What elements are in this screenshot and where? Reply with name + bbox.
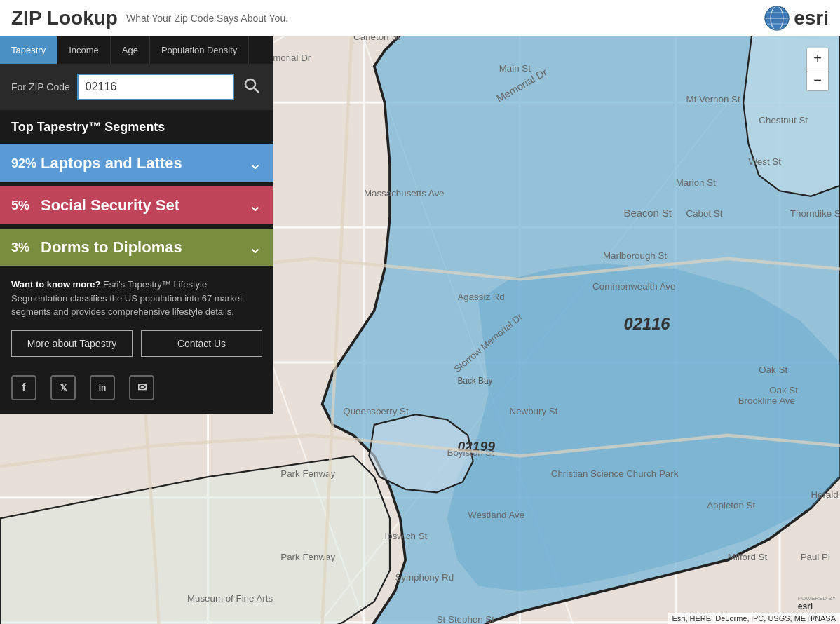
linkedin-icon[interactable]: in xyxy=(90,375,115,400)
social-row: f 𝕏 in ✉ xyxy=(0,368,273,414)
segment-item-1[interactable]: 92% Laptops and Lattes ⌄ xyxy=(0,144,273,182)
facebook-icon[interactable]: f xyxy=(11,375,36,400)
svg-text:Oak St: Oak St xyxy=(769,385,798,395)
svg-text:Main St: Main St xyxy=(499,63,531,74)
map-attribution: Esri, HERE, DeLorme, iPC, USGS, METI/NAS… xyxy=(668,613,841,624)
zoom-out-button[interactable]: − xyxy=(807,69,828,90)
segment-name-3: Dorms to Diplomas xyxy=(41,238,248,257)
tabs-bar: Tapestry Income Age Population Density xyxy=(0,36,273,64)
svg-text:Agassiz Rd: Agassiz Rd xyxy=(457,292,504,302)
esri-wordmark: esri xyxy=(794,7,829,29)
svg-text:Queensberry St: Queensberry St xyxy=(343,406,409,416)
zip-label: For ZIP Code xyxy=(11,81,70,93)
tab-population-density[interactable]: Population Density xyxy=(150,36,249,64)
svg-text:Oak St: Oak St xyxy=(759,365,787,375)
app-title: ZIP Lookup xyxy=(11,7,118,29)
esri-powered-badge: POWERED BY esri xyxy=(798,595,836,611)
svg-text:Appleton St: Appleton St xyxy=(707,500,755,510)
chevron-down-icon-3: ⌄ xyxy=(248,239,262,256)
svg-text:Marion St: Marion St xyxy=(676,177,716,188)
segment-item-2[interactable]: 5% Social Security Set ⌄ xyxy=(0,186,273,224)
search-button[interactable] xyxy=(241,75,262,100)
app-subtitle: What Your Zip Code Says About You. xyxy=(126,13,288,24)
chevron-down-icon-2: ⌄ xyxy=(248,197,262,214)
segment-name-2: Social Security Set xyxy=(41,196,248,215)
tab-income[interactable]: Income xyxy=(57,36,111,64)
segment-pct-3: 3% xyxy=(11,240,41,255)
chevron-down-icon-1: ⌄ xyxy=(248,155,262,172)
svg-text:Thorndike St: Thorndike St xyxy=(790,208,840,219)
segment-pct-2: 5% xyxy=(11,198,41,213)
svg-text:Christian Science Church Park: Christian Science Church Park xyxy=(551,468,679,479)
svg-text:West St: West St xyxy=(749,156,782,167)
info-section: Want to know more? Esri's Tapestry™ Life… xyxy=(0,266,273,330)
segments-list: 92% Laptops and Lattes ⌄ 5% Social Secur… xyxy=(0,144,273,266)
svg-text:Commonwealth Ave: Commonwealth Ave xyxy=(592,281,675,292)
svg-text:Westland Ave: Westland Ave xyxy=(468,510,524,520)
segment-name-1: Laptops and Lattes xyxy=(41,154,248,172)
svg-point-81 xyxy=(245,79,255,89)
svg-text:Ipswich St: Ipswich St xyxy=(385,531,428,541)
svg-text:St Stephen St: St Stephen St xyxy=(437,614,495,624)
zoom-controls: + − xyxy=(806,48,829,91)
zoom-in-button[interactable]: + xyxy=(807,48,828,69)
tapestry-heading: Top Tapestry™ Segments xyxy=(0,110,273,144)
globe-icon xyxy=(764,6,790,31)
twitter-icon[interactable]: 𝕏 xyxy=(50,375,76,400)
svg-text:Back Bay: Back Bay xyxy=(457,376,492,386)
svg-text:Beacon St: Beacon St xyxy=(624,208,672,219)
info-bold: Want to know more? xyxy=(11,279,100,290)
segment-item-3[interactable]: 3% Dorms to Diplomas ⌄ xyxy=(0,229,273,266)
tab-age[interactable]: Age xyxy=(111,36,150,64)
action-buttons-row: More about Tapestry Contact Us xyxy=(0,330,273,368)
svg-text:Symphony Rd: Symphony Rd xyxy=(395,572,454,583)
contact-us-button[interactable]: Contact Us xyxy=(141,330,262,357)
svg-text:Brookline Ave: Brookline Ave xyxy=(738,395,795,406)
more-about-tapestry-button[interactable]: More about Tapestry xyxy=(11,330,133,357)
search-icon xyxy=(244,78,259,93)
tab-tapestry[interactable]: Tapestry xyxy=(0,36,57,64)
email-icon[interactable]: ✉ xyxy=(129,375,154,400)
svg-text:02116: 02116 xyxy=(624,315,671,333)
svg-text:Mt Vernon St: Mt Vernon St xyxy=(686,94,740,104)
search-bar: For ZIP Code xyxy=(0,64,273,110)
esri-logo: esri xyxy=(764,6,829,31)
svg-text:Marlborough St: Marlborough St xyxy=(603,250,667,261)
svg-text:Paul Pl: Paul Pl xyxy=(801,552,830,562)
sidebar: Tapestry Income Age Population Density F… xyxy=(0,36,273,624)
svg-text:Herald St: Herald St xyxy=(811,489,840,500)
svg-line-82 xyxy=(254,88,259,93)
svg-text:Carleton St: Carleton St xyxy=(353,36,400,42)
svg-text:Newbury St: Newbury St xyxy=(510,406,558,416)
segment-pct-1: 92% xyxy=(11,156,41,171)
svg-text:Chestnut St: Chestnut St xyxy=(759,115,808,126)
svg-text:Milford St: Milford St xyxy=(728,552,768,562)
header: ZIP Lookup What Your Zip Code Says About… xyxy=(0,0,840,36)
svg-text:Cabot St: Cabot St xyxy=(686,208,723,219)
svg-text:Park Fenway: Park Fenway xyxy=(280,468,335,479)
svg-text:Massachusetts Ave: Massachusetts Ave xyxy=(364,188,445,198)
zip-input[interactable] xyxy=(77,74,234,100)
